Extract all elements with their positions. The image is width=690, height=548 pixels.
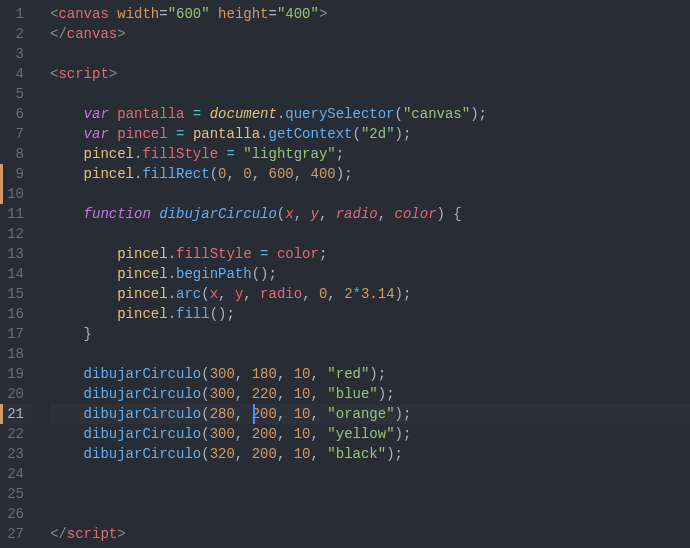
token-pun [50, 246, 117, 262]
token-pun: ); [395, 406, 412, 422]
code-line[interactable]: pincel.fillRect(0, 0, 600, 400); [50, 164, 690, 184]
code-line[interactable] [50, 224, 690, 244]
token-pun [50, 306, 117, 322]
code-line[interactable]: </canvas> [50, 24, 690, 44]
line-number[interactable]: 9 [0, 164, 32, 184]
token-pun: = [269, 6, 277, 22]
code-line[interactable]: <script> [50, 64, 690, 84]
line-number[interactable]: 14 [0, 264, 32, 284]
code-editor[interactable]: <canvas width="600" height="400"></canva… [42, 0, 690, 548]
line-number[interactable]: 12 [0, 224, 32, 244]
line-number[interactable]: 18 [0, 344, 32, 364]
token-pun: } [50, 326, 92, 342]
token-tag: canvas [58, 6, 108, 22]
line-number[interactable]: 8 [0, 144, 32, 164]
token-num: 220 [252, 386, 277, 402]
line-number[interactable]: 17 [0, 324, 32, 344]
token-num: 10 [294, 386, 311, 402]
code-line[interactable]: pincel.fillStyle = "lightgray"; [50, 144, 690, 164]
code-line[interactable]: dibujarCirculo(300, 200, 10, "yellow"); [50, 424, 690, 444]
token-param: radio [336, 206, 378, 222]
token-num: 200 [252, 426, 277, 442]
token-brkt: > [109, 66, 117, 82]
token-pun [109, 106, 117, 122]
line-number[interactable]: 24 [0, 464, 32, 484]
token-pun [151, 206, 159, 222]
line-number-gutter[interactable]: 1234567891011121314151617181920212223242… [0, 0, 42, 548]
line-number[interactable]: 7 [0, 124, 32, 144]
token-call: dibujarCirculo [84, 446, 202, 462]
code-line[interactable] [50, 504, 690, 524]
code-line[interactable]: dibujarCirculo(300, 180, 10, "red"); [50, 364, 690, 384]
token-str: "red" [327, 366, 369, 382]
token-pun: ); [395, 126, 412, 142]
token-num: 280 [210, 406, 235, 422]
token-vname: pantalla [117, 106, 184, 122]
line-number[interactable]: 16 [0, 304, 32, 324]
line-number[interactable]: 15 [0, 284, 32, 304]
token-pun [210, 6, 218, 22]
line-number[interactable]: 11 [0, 204, 32, 224]
line-number[interactable]: 3 [0, 44, 32, 64]
line-number[interactable]: 6 [0, 104, 32, 124]
line-number[interactable]: 5 [0, 84, 32, 104]
token-pun: , [235, 446, 252, 462]
code-line[interactable] [50, 464, 690, 484]
token-str: "lightgray" [243, 146, 335, 162]
token-pun [109, 126, 117, 142]
line-number[interactable]: 19 [0, 364, 32, 384]
code-line[interactable]: dibujarCirculo(280, 200, 10, "orange"); [50, 404, 690, 424]
code-line[interactable]: <canvas width="600" height="400"> [50, 4, 690, 24]
line-number[interactable]: 21 [0, 404, 32, 424]
line-number[interactable]: 13 [0, 244, 32, 264]
code-line[interactable]: dibujarCirculo(300, 220, 10, "blue"); [50, 384, 690, 404]
code-line[interactable] [50, 84, 690, 104]
token-param: y [310, 206, 318, 222]
line-number[interactable]: 27 [0, 524, 32, 544]
line-number[interactable]: 22 [0, 424, 32, 444]
code-line[interactable]: pincel.fill(); [50, 304, 690, 324]
token-pun [50, 166, 84, 182]
token-pun [50, 386, 84, 402]
code-line[interactable]: var pincel = pantalla.getContext("2d"); [50, 124, 690, 144]
token-str: "2d" [361, 126, 395, 142]
token-num: 10 [294, 446, 311, 462]
line-number[interactable]: 2 [0, 24, 32, 44]
token-pun [50, 446, 84, 462]
token-call: arc [176, 286, 201, 302]
code-line[interactable] [50, 484, 690, 504]
code-line[interactable]: pincel.fillStyle = color; [50, 244, 690, 264]
code-line[interactable] [50, 184, 690, 204]
code-line[interactable]: } [50, 324, 690, 344]
line-number[interactable]: 20 [0, 384, 32, 404]
token-pun: , [252, 166, 269, 182]
line-number[interactable]: 10 [0, 184, 32, 204]
code-line[interactable] [50, 44, 690, 64]
line-number[interactable]: 26 [0, 504, 32, 524]
line-number[interactable]: 1 [0, 4, 32, 24]
token-pun: , [294, 206, 311, 222]
token-pun: , [243, 286, 260, 302]
code-line[interactable]: dibujarCirculo(320, 200, 10, "black"); [50, 444, 690, 464]
line-number[interactable]: 4 [0, 64, 32, 84]
line-number[interactable]: 25 [0, 484, 32, 504]
token-pun [50, 406, 84, 422]
code-line[interactable]: </script> [50, 524, 690, 544]
line-number[interactable]: 23 [0, 444, 32, 464]
code-line[interactable]: pincel.beginPath(); [50, 264, 690, 284]
token-kw: var [84, 126, 109, 142]
code-line[interactable] [50, 344, 690, 364]
code-line[interactable]: var pantalla = document.querySelector("c… [50, 104, 690, 124]
token-vname: pincel [117, 126, 167, 142]
token-pun: ( [201, 426, 209, 442]
code-line[interactable]: function dibujarCirculo(x, y, radio, col… [50, 204, 690, 224]
token-pun: , [311, 406, 328, 422]
token-str: "black" [327, 446, 386, 462]
token-pun: , [327, 286, 344, 302]
code-line[interactable]: pincel.arc(x, y, radio, 0, 2*3.14); [50, 284, 690, 304]
token-pun: ( [201, 366, 209, 382]
token-call: dibujarCirculo [84, 406, 202, 422]
token-pun: , [277, 366, 294, 382]
token-str: "orange" [327, 406, 394, 422]
token-brkt: </ [50, 26, 67, 42]
